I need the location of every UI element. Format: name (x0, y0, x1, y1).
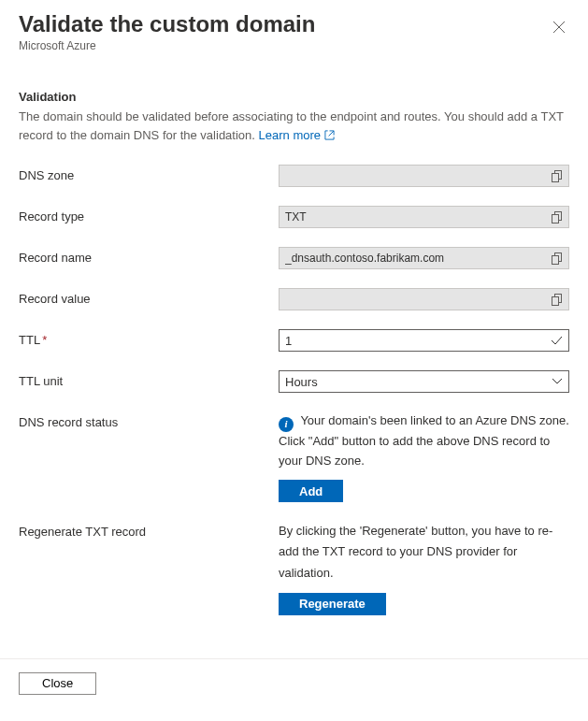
svg-rect-5 (552, 255, 559, 264)
ttl-select[interactable]: 1 (279, 329, 569, 352)
regenerate-button[interactable]: Regenerate (279, 593, 386, 615)
record-name-field: _dnsauth.contoso.fabrikam.com (279, 247, 569, 269)
copy-icon[interactable] (552, 211, 563, 224)
ttl-label: TTL* (19, 329, 279, 347)
copy-icon[interactable] (552, 170, 563, 182)
record-name-label: Record name (19, 247, 279, 265)
add-button[interactable]: Add (279, 480, 343, 502)
copy-icon[interactable] (552, 252, 563, 265)
page-subtitle: Microsoft Azure (19, 39, 315, 52)
dns-zone-label: DNS zone (19, 165, 279, 182)
dns-zone-field (279, 165, 569, 187)
regenerate-message: By clicking the 'Regenerate' button, you… (279, 521, 569, 583)
record-type-field: TXT (279, 206, 569, 228)
copy-icon[interactable] (552, 294, 563, 306)
ttl-unit-select[interactable]: Hours (279, 370, 569, 393)
dns-record-status-message: i Your domain's been linked to an Azure … (279, 411, 569, 470)
regenerate-label: Regenerate TXT record (19, 521, 279, 539)
validation-description: The domain should be validated before as… (19, 108, 569, 144)
svg-rect-3 (552, 214, 559, 223)
record-value-field (279, 288, 569, 310)
external-link-icon (324, 128, 335, 142)
info-icon: i (279, 417, 294, 432)
page-title: Validate the custom domain (19, 11, 315, 37)
svg-rect-7 (552, 296, 559, 305)
validation-heading: Validation (19, 90, 569, 104)
checkmark-icon (551, 336, 563, 346)
record-value-label: Record value (19, 288, 279, 306)
record-type-label: Record type (19, 206, 279, 224)
close-icon[interactable] (549, 17, 569, 40)
learn-more-link[interactable]: Learn more (259, 128, 335, 142)
ttl-unit-label: TTL unit (19, 370, 279, 388)
chevron-down-icon (552, 378, 563, 385)
svg-rect-1 (552, 173, 559, 181)
close-button[interactable]: Close (19, 672, 96, 695)
dns-record-status-label: DNS record status (19, 411, 279, 429)
